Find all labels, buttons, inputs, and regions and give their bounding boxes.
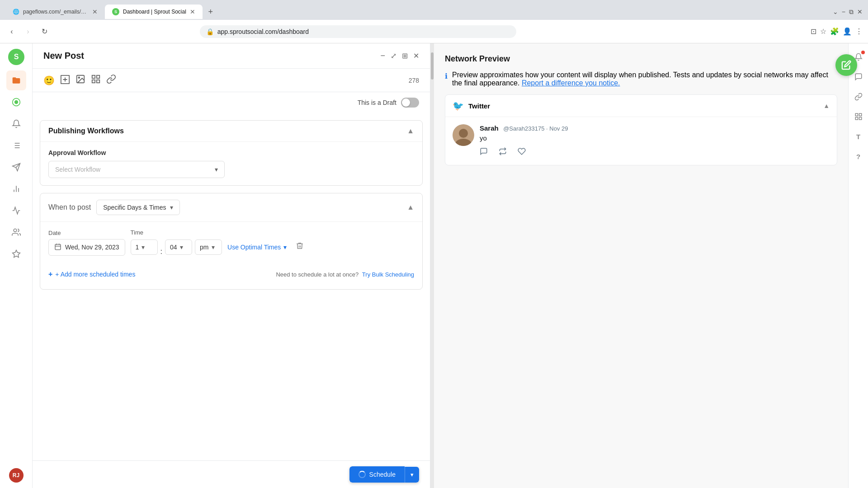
period-select[interactable]: pm ▾ [195,239,222,255]
sidebar-item-people[interactable] [6,222,26,242]
close-button[interactable]: ✕ [857,8,863,15]
period-chevron: ▾ [212,244,215,251]
like-button[interactable] [518,147,526,158]
tab-close-pageflows[interactable]: ✕ [92,8,98,15]
forward-button[interactable]: › [22,25,34,38]
hour-chevron: ▾ [142,244,145,251]
draft-toggle[interactable] [401,98,419,108]
bulk-scheduling-link[interactable]: Try Bulk Scheduling [362,271,414,278]
close-panel-button[interactable]: ✕ [413,52,419,60]
tweet-content: yo [480,134,830,142]
sidebar-item-folder[interactable] [6,70,26,90]
sidebar-item-send[interactable] [6,157,26,177]
twitter-icon: 🐦 [453,100,464,111]
media-button[interactable] [75,74,85,86]
schedule-button[interactable]: Schedule [349,466,405,483]
sidebar-item-bell[interactable] [6,114,26,134]
add-times-button[interactable]: + + Add more scheduled times [48,270,135,278]
workflow-select[interactable]: Select Workflow ▾ [48,161,225,178]
emoji-button[interactable]: 🙂 [43,75,55,86]
page-title: New Post [43,51,84,61]
sidebar-item-barchart[interactable] [6,179,26,199]
tab-label-pageflows: pageflows.com/_emails/_/7fb5... [23,9,89,15]
sprout-logo[interactable]: S [8,49,24,65]
tab-pageflows[interactable]: 🌐 pageflows.com/_emails/_/7fb5... ✕ [5,5,105,19]
toggle-knob [402,99,410,107]
menu-icon[interactable]: ⋮ [855,27,863,36]
svg-rect-19 [92,75,95,78]
layout-panel-button[interactable]: ⊞ [402,52,408,60]
twitter-preview-section: 🐦 Twitter ▲ [445,94,837,165]
right-sidebar-text[interactable]: T [850,128,867,145]
back-button[interactable]: ‹ [5,25,18,38]
tweet-preview-card: Sarah @Sarah233175 · Nov 29 yo [445,117,837,165]
extension-icon[interactable]: 🧩 [830,27,839,36]
minute-value: 04 [170,244,177,251]
hour-select[interactable]: 1 ▾ [131,239,158,255]
twitter-collapse-icon[interactable]: ▲ [823,102,830,109]
right-sidebar-grid[interactable] [850,108,867,125]
schedule-type-select[interactable]: Specific Days & Times ▾ [96,200,179,215]
preview-info-text: Preview approximates how your content wi… [452,71,837,87]
time-field-group: Time 1 ▾ : 04 ▾ [131,229,222,256]
tag-button[interactable] [91,74,101,86]
scroll-thumb [431,52,434,80]
when-header-left: When to post Specific Days & Times ▾ [48,200,180,215]
minute-select[interactable]: 04 ▾ [165,239,192,255]
tab-sprout[interactable]: S Dashboard | Sprout Social ✕ [105,5,203,19]
url-text: app.sproutsocial.com/dashboard [217,28,510,35]
tweet-meta: Sarah @Sarah233175 · Nov 29 yo [480,124,830,158]
compose-fab[interactable] [835,54,857,76]
tweet-user-info: Sarah @Sarah233175 · Nov 29 [480,124,830,132]
post-toolbar: 🙂 278 [33,69,430,92]
schedule-dropdown-button[interactable]: ▾ [405,467,419,483]
sidebar-item-star[interactable] [6,244,26,264]
address-bar[interactable]: 🔒 app.sproutsocial.com/dashboard [200,25,516,38]
svg-point-28 [459,129,468,138]
report-link[interactable]: Report a difference you notice. [522,79,620,87]
date-label: Date [48,230,125,236]
publishing-workflows-header[interactable]: Publishing Workflows ▲ [40,121,422,141]
svg-point-15 [14,229,17,232]
optimal-times-button[interactable]: Use Optimal Times ▾ [227,244,287,251]
right-sidebar: T ? [848,43,868,488]
svg-rect-22 [92,80,95,83]
tab-close-sprout[interactable]: ✕ [190,8,195,15]
minimize-panel-button[interactable]: − [380,51,385,61]
svg-rect-23 [55,244,61,249]
delete-time-button[interactable] [296,242,304,252]
publishing-workflows-section: Publishing Workflows ▲ Approval Workflow… [40,120,423,186]
time-separator: : [160,248,163,256]
new-post-panel: New Post − ⤢ ⊞ ✕ 🙂 [33,43,430,488]
svg-rect-33 [855,117,858,120]
minimize-button[interactable]: − [842,8,845,15]
when-section-collapse-icon[interactable]: ▲ [407,203,414,211]
cast-icon[interactable]: ⊡ [811,27,816,36]
date-input[interactable]: Wed, Nov 29, 2023 [48,239,125,256]
sidebar-item-list[interactable] [6,136,26,155]
twitter-header-left: 🐦 Twitter [453,100,490,111]
expand-panel-button[interactable]: ⤢ [391,52,396,60]
period-value: pm [200,244,208,251]
retweet-button[interactable] [499,147,507,158]
sidebar-item-circle[interactable] [6,92,26,112]
add-tab-button[interactable]: + [204,5,217,18]
publishing-workflows-collapse-icon[interactable]: ▲ [407,127,414,135]
sidebar-item-chart[interactable] [6,201,26,221]
svg-rect-21 [97,80,99,83]
schedule-arrow-icon: ▾ [410,471,414,478]
refresh-button[interactable]: ↻ [38,25,51,38]
tab-list-button[interactable]: ⌄ [833,8,838,15]
hour-value: 1 [136,244,139,251]
restore-button[interactable]: ⧉ [849,8,854,16]
bookmark-icon[interactable]: ☆ [820,27,826,36]
when-to-post-section: When to post Specific Days & Times ▾ ▲ [40,193,423,290]
reply-button[interactable] [480,147,488,158]
right-sidebar-help[interactable]: ? [850,148,867,164]
alt-text-button[interactable] [60,75,70,86]
profile-icon[interactable]: 👤 [843,27,852,36]
preview-title: Network Preview [445,54,837,64]
user-avatar[interactable]: RJ [9,468,24,483]
right-sidebar-link[interactable] [850,89,867,105]
link-button[interactable] [106,74,116,86]
